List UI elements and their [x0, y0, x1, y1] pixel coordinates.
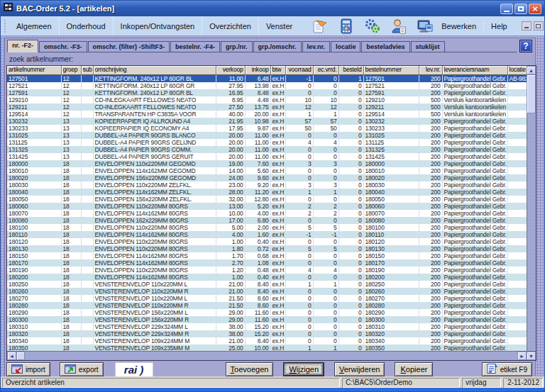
table-row[interactable]: 18006018ENVELOPPEN 110x220MM 80GRS13.005…: [7, 203, 527, 210]
table-row[interactable]: 18028018VENSTERENVELOP 110x220MM R21.508…: [7, 302, 527, 309]
table-row[interactable]: 12750112KETTINGFORM. 240x12 LP 60GR BL11…: [7, 74, 527, 82]
table-row[interactable]: 13142513DUBBEL-A4 PAPIER 90GRS GERUIT20.…: [7, 153, 527, 160]
column-header-voorraad[interactable]: voorraad: [285, 66, 313, 74]
vertical-scrollbar[interactable]: ▲: [527, 66, 536, 351]
table-row[interactable]: 13023313KOPIEERPAPIER IQ ECONOMY A417.95…: [7, 125, 527, 132]
table-row[interactable]: 18020018ENVELOPPEN 114x162MM 80GRS1.000.…: [7, 274, 527, 281]
user-card-icon[interactable]: [390, 18, 408, 35]
export-button[interactable]: export: [60, 362, 104, 376]
tab-omschr-f3[interactable]: omschr. -F3-: [39, 41, 87, 52]
menu-item-algemeen[interactable]: Algemeen: [9, 16, 59, 35]
wijzigen-button[interactable]: Wijzigen: [283, 362, 324, 376]
column-header-verkoop[interactable]: verkoop: [216, 66, 245, 74]
mdi-minimize-button[interactable]: [522, 21, 532, 30]
column-header-locatie[interactable]: locatie: [507, 66, 527, 74]
column-header-omschrijving[interactable]: omschrijving: [93, 66, 216, 74]
maximize-icon: [518, 6, 524, 11]
table-row[interactable]: 18032018VENSTERENVELOP 229x324MM R38.001…: [7, 330, 527, 337]
table-row[interactable]: 18026018VENSTERENVELOP 110x220MM R21.008…: [7, 288, 527, 295]
toolbar-gripper[interactable]: [4, 20, 6, 33]
tab-lev-nr[interactable]: lev.nr.: [302, 41, 330, 52]
menu-item-onderhoud[interactable]: Onderhoud: [59, 16, 113, 35]
table-row[interactable]: 18001018ENVELOPPEN 114x162MM GEGOMD14.00…: [7, 167, 527, 174]
table-row[interactable]: 13112513DUBBEL-A4 PAPIER 90GRS GELIJND20…: [7, 139, 527, 146]
maximize-button[interactable]: [514, 4, 527, 14]
help-button[interactable]: ?: [519, 40, 532, 52]
table-row[interactable]: 18015018ENVELOPPEN 114x162MM 80GRS1.700.…: [7, 252, 527, 259]
table-row[interactable]: 18012018ENVELOPPEN 110x220MM 80GRS1.000.…: [7, 238, 527, 245]
table-row[interactable]: 18002018ENVELOPPEN 156x220MM GEGOMD24.00…: [7, 174, 527, 181]
scroll-up-button[interactable]: ▲: [527, 66, 536, 74]
menu-item-help[interactable]: Help: [483, 22, 514, 30]
table-row[interactable]: 12921012CD-INLEGKAART FELLOWES NEATO8.95…: [7, 96, 527, 103]
table-row[interactable]: 12921112CD-INLEGKAART FELLOWES NEATO27.5…: [7, 103, 527, 111]
table-row[interactable]: 18030018VENSTERENVELOP 156x220MM R29.001…: [7, 316, 527, 323]
tab-besteladvies[interactable]: besteladvies: [361, 41, 409, 52]
table-row[interactable]: 13102513DUBBEL-A4 PAPIER 90GRS BLANCO20.…: [7, 132, 527, 139]
mdi-restore-button[interactable]: [534, 21, 544, 30]
column-header-btw[interactable]: btw: [270, 66, 285, 74]
computer-icon[interactable]: [416, 18, 434, 35]
column-header-lev-nr[interactable]: lev.nr.: [419, 66, 442, 74]
etiket-button[interactable]: etiket F9: [482, 362, 532, 376]
tab-omschr-filter-shiftf3[interactable]: omschr. (filter) -ShiftF3-: [88, 41, 170, 52]
menu-item-venster[interactable]: Venster: [258, 16, 299, 35]
gears-icon[interactable]: [363, 18, 382, 35]
tab-locatie[interactable]: locatie: [331, 41, 361, 52]
table-row[interactable]: 18027018VENSTERENVELOP 110x220MM L21.508…: [7, 295, 527, 302]
calculator-icon[interactable]: [337, 18, 356, 35]
table-row[interactable]: 18011018ENVELOPPEN 114x162MM 80GRS4.001.…: [7, 231, 527, 238]
column-header-bestelnummer[interactable]: bestelnummer: [363, 66, 419, 74]
table-row[interactable]: 18019018ENVELOPPEN 110x220MM 80GRS1.200.…: [7, 267, 527, 274]
table-row[interactable]: 18008018ENVELOPPEN 162x229MM 80GRS17.006…: [7, 217, 527, 224]
table-row[interactable]: 18010018ENVELOPPEN 110x220MM 80GRS5.002.…: [7, 224, 527, 231]
column-header-besteld[interactable]: besteld: [338, 66, 363, 74]
column-header-sub[interactable]: sub: [81, 66, 93, 74]
table-row[interactable]: 18004018ENVELOPPEN 114x162MM ZELFKL.28.0…: [7, 189, 527, 196]
column-header-inkoop[interactable]: inkoop: [245, 66, 270, 74]
minimize-button[interactable]: [500, 4, 513, 14]
hscroll-track[interactable]: [25, 352, 517, 360]
scroll-left-button[interactable]: ◄: [7, 352, 16, 360]
tab-nr-f2[interactable]: nr. -F2-: [7, 40, 38, 52]
table-row[interactable]: 12759112KETTINGFORM. 240x12 LP 80GR BL16…: [7, 89, 527, 96]
column-header-leveranciersnaam[interactable]: leveranciersnaam: [442, 66, 507, 74]
table-row[interactable]: 18025018VENSTERENVELOP 110x220MM L21.008…: [7, 281, 527, 288]
column-header-artikelnummer[interactable]: artikelnummer: [7, 66, 61, 74]
column-header-ec-vrrd[interactable]: ec.vrrd.: [313, 66, 338, 74]
verwijderen-button[interactable]: Verwijderen: [334, 362, 385, 376]
kopieer-button[interactable]: Kopieer: [395, 362, 433, 376]
vscroll-thumb[interactable]: [527, 74, 536, 113]
table-row[interactable]: 18007018ENVELOPPEN 114x162MM 80GRS10.004…: [7, 210, 527, 217]
send-note-icon[interactable]: [311, 18, 329, 35]
menu-item-overzichten[interactable]: Overzichten: [202, 16, 258, 35]
menu-item-inkopen-ontvangsten[interactable]: Inkopen/Ontvangsten: [113, 16, 202, 35]
menu-bar: AlgemeenOnderhoudInkopen/OntvangstenOver…: [1, 16, 544, 36]
table-row[interactable]: 18017018ENVELOPPEN 114x162MM 80GRS2.701.…: [7, 259, 527, 267]
table-row[interactable]: 13023213KOPIEERPAPIER IQ ALLROUND A421.9…: [7, 118, 527, 125]
close-button[interactable]: ×: [529, 4, 541, 14]
table-row[interactable]: 18029018VENSTERENVELOP 156x220MM L29.001…: [7, 309, 527, 316]
column-header-groep[interactable]: groep: [61, 66, 81, 74]
import-button[interactable]: import: [6, 362, 50, 376]
table-row[interactable]: 12951412TRANSPARANTEN HP C3835A VOOR40.0…: [7, 111, 527, 118]
scroll-down-button[interactable]: ▼: [527, 352, 536, 360]
table-row[interactable]: 18035018VENSTERENVELOP 109x235MM M25.001…: [7, 345, 527, 352]
table-row[interactable]: 18031018VENSTERENVELOP 229x324MM L38.001…: [7, 323, 527, 330]
scroll-right-button[interactable]: ►: [517, 352, 527, 360]
table-row[interactable]: 13132513DUBBEL-A4 PAPIER 90GRS COMM.20.0…: [7, 146, 527, 153]
table-row[interactable]: 18000018ENVELOPPEN 110x220MM GEGOMD19.00…: [7, 160, 527, 167]
table-row[interactable]: 18034018VENSTERENVELOP 109x224MM M21.008…: [7, 337, 527, 345]
tab-grp-nr[interactable]: grp./nr.: [221, 41, 253, 52]
horizontal-scrollbar[interactable]: ◄ ► ▼: [7, 351, 536, 360]
hscroll-thumb[interactable]: [16, 352, 25, 360]
table-row[interactable]: 12752112KETTINGFORM. 240x12 LP 60GR GR27…: [7, 82, 527, 89]
table-row[interactable]: 18003018ENVELOPPEN 110x220MM ZELFKL.23.0…: [7, 181, 527, 189]
table-row[interactable]: 18013018ENVELOPPEN 110x220MM 80GRS1.800.…: [7, 245, 527, 252]
menu-item-bewerken[interactable]: Bewerken: [434, 22, 483, 30]
tab-bestelnr-f4[interactable]: bestelnr. -F4-: [170, 41, 220, 52]
table-row[interactable]: 18005018ENVELOPPEN 156x220MM ZELFKL.32.0…: [7, 196, 527, 203]
tab-stuklijst[interactable]: stuklijst: [411, 41, 445, 52]
tab-grp-omschr[interactable]: grp./omschr.: [253, 41, 302, 52]
toevoegen-button[interactable]: Toevoegen: [226, 362, 274, 376]
